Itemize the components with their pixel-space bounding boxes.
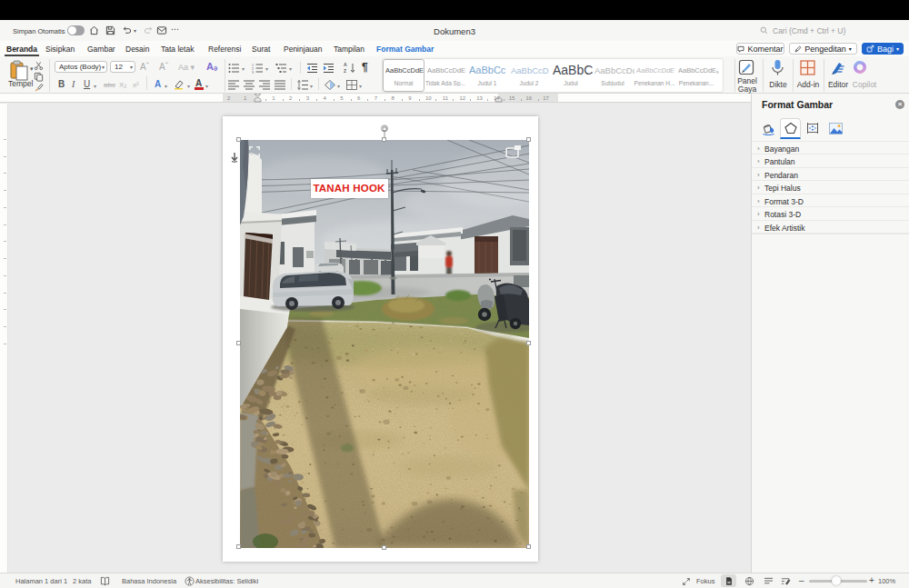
svg-text:Z: Z bbox=[344, 68, 346, 74]
svg-text:A: A bbox=[344, 62, 347, 67]
svg-text:1: 1 bbox=[252, 64, 254, 67]
svg-text:3: 3 bbox=[252, 71, 254, 75]
svg-text:2: 2 bbox=[252, 67, 254, 71]
